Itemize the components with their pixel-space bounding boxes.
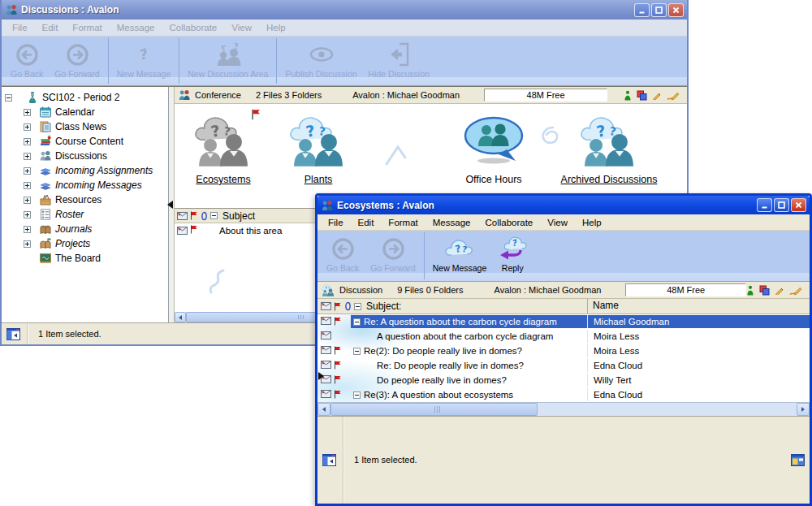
tree-item-class-news[interactable]: Class News [2, 119, 168, 134]
menu-message[interactable]: Message [110, 23, 162, 32]
scrollbar-thumb[interactable] [186, 312, 317, 322]
tree-item-incoming-messages[interactable]: Incoming Messages [2, 178, 168, 192]
menu-file[interactable]: File [321, 218, 351, 227]
expand-box-icon[interactable] [24, 182, 31, 189]
new-discussion-area-button[interactable]: ⸮?New Discussion Area [182, 37, 274, 85]
tree-item-the-board[interactable]: The Board [2, 251, 168, 266]
expand-box-icon[interactable] [24, 123, 31, 131]
collapse-box-icon[interactable] [5, 94, 12, 102]
name-cell[interactable]: Edna Cloud [587, 388, 810, 401]
tree-item-resources[interactable]: Resources [2, 192, 168, 207]
scroll-right-button[interactable] [797, 403, 810, 416]
new-message-gray-icon: ?́ [133, 41, 154, 67]
list-header[interactable]: Subject: Name [317, 299, 810, 314]
collapse-thread-box-icon[interactable] [353, 348, 361, 355]
close-button[interactable] [791, 198, 806, 212]
scrollbar-thumb[interactable] [330, 403, 538, 416]
tree-item-calendar[interactable]: Calendar [2, 105, 168, 119]
conference-item-office-hours[interactable]: Office Hours [433, 115, 555, 185]
message-row[interactable]: Re(2): Do people really live in domes?Mo… [317, 344, 810, 358]
title-bar[interactable]: Discussions : Avalon [2, 0, 687, 19]
tree-item-course-content[interactable]: Course Content [2, 134, 168, 149]
menu-collaborate[interactable]: Collaborate [477, 218, 540, 227]
subject-cell[interactable]: Re: A question about the carbon cycle di… [351, 315, 587, 328]
subject-cell[interactable]: Re: Do people really live in domes? [351, 359, 587, 372]
expand-box-icon[interactable] [24, 197, 31, 204]
expand-box-icon[interactable] [24, 138, 31, 145]
conference-item-plants[interactable]: ? ? Plants [257, 115, 379, 185]
menu-collaborate[interactable]: Collaborate [162, 23, 224, 32]
expand-pane-arrow-icon[interactable] [318, 372, 324, 380]
menu-view[interactable]: View [540, 218, 575, 227]
message-row[interactable]: Re: Do people really live in domes?Edna … [317, 358, 810, 373]
view-layout-icon[interactable] [791, 454, 805, 466]
tree-item-projects[interactable]: Projects [2, 236, 168, 251]
name-cell[interactable]: Michael Goodman [587, 315, 810, 328]
tree-item-roster[interactable]: Roster [2, 207, 168, 222]
scroll-left-button[interactable] [317, 403, 330, 416]
maximize-button[interactable] [774, 198, 789, 212]
column-divider[interactable] [587, 299, 588, 314]
tree-item-journals[interactable]: Journals [2, 222, 168, 236]
message-row[interactable]: Re(3): A question about ecosystemsEdna C… [317, 387, 810, 402]
go-forward-button[interactable]: Go Forward [365, 231, 421, 281]
pane-splitter[interactable] [169, 87, 175, 322]
tree-item-discussions[interactable]: Discussions [2, 149, 168, 163]
minimize-button[interactable] [757, 198, 772, 212]
expand-box-icon[interactable] [24, 153, 31, 160]
hide-discussion-button[interactable]: Hide Discussion [363, 37, 435, 85]
name-cell[interactable]: Moira Less [587, 344, 810, 357]
menu-file[interactable]: File [5, 23, 35, 32]
subject-column-header[interactable]: Subject: [366, 301, 401, 312]
tree-item-incoming-assignments[interactable]: Incoming Assignments [2, 163, 168, 178]
expand-box-icon[interactable] [24, 167, 31, 175]
menu-edit[interactable]: Edit [351, 218, 382, 227]
name-cell[interactable]: Edna Cloud [587, 359, 810, 372]
subject-cell[interactable]: Re(3): A question about ecosystems [351, 388, 587, 401]
scroll-left-button[interactable] [175, 312, 186, 322]
close-button[interactable] [668, 3, 684, 17]
collapse-all-box-icon[interactable] [210, 212, 218, 219]
expand-box-icon[interactable] [24, 226, 31, 233]
subject-column-header[interactable]: Subject [222, 210, 255, 222]
name-cell[interactable]: Moira Less [587, 330, 810, 343]
horizontal-scrollbar[interactable] [317, 402, 810, 416]
menu-format[interactable]: Format [381, 218, 425, 227]
tree-item-root[interactable]: SCI102 - Period 2 [2, 90, 168, 105]
go-forward-button[interactable]: Go Forward [49, 37, 105, 85]
message-row[interactable]: Re: A question about the carbon cycle di… [317, 314, 810, 329]
title-bar[interactable]: Ecosystems : Avalon [317, 196, 810, 214]
go-back-button[interactable]: Go Back [5, 37, 49, 85]
expand-box-icon[interactable] [24, 109, 31, 116]
new-message-button[interactable]: ?́New Message [111, 37, 177, 85]
panel-toggle-icon[interactable] [6, 328, 20, 340]
message-row[interactable]: Do people really live in domes?Willy Ter… [317, 373, 810, 387]
menu-help[interactable]: Help [575, 218, 609, 227]
reply-button[interactable]: ?́Reply [492, 231, 533, 281]
free-space-field: 48M Free [484, 89, 607, 102]
menu-view[interactable]: View [224, 23, 259, 32]
subject-cell[interactable]: A question about the carbon cycle diagra… [351, 330, 587, 343]
collapse-all-box-icon[interactable] [354, 303, 361, 310]
publish-discussion-button[interactable]: Publish Discussion [279, 37, 362, 85]
message-row[interactable]: A question about the carbon cycle diagra… [317, 329, 810, 344]
conference-item-archived-discussions[interactable]: ? ? Archived Discussions [540, 115, 678, 185]
expand-box-icon[interactable] [24, 211, 31, 218]
go-back-button[interactable]: Go Back [321, 231, 365, 281]
collapse-thread-box-icon[interactable] [353, 318, 361, 326]
name-cell[interactable]: Willy Tert [587, 374, 810, 387]
menu-help[interactable]: Help [259, 23, 293, 32]
menu-message[interactable]: Message [425, 218, 478, 227]
minimize-button[interactable] [634, 3, 650, 17]
new-message-button[interactable]: ??New Message [427, 231, 493, 281]
menu-format[interactable]: Format [65, 23, 109, 32]
menu-edit[interactable]: Edit [35, 23, 66, 32]
maximize-button[interactable] [651, 3, 667, 17]
collapse-thread-box-icon[interactable] [353, 391, 361, 399]
collapse-pane-arrow-icon[interactable] [167, 201, 173, 209]
subject-cell[interactable]: Do people really live in domes? [351, 374, 587, 387]
expand-box-icon[interactable] [24, 240, 31, 248]
subject-cell[interactable]: Re(2): Do people really live in domes? [351, 344, 587, 357]
name-column-header[interactable]: Name [593, 300, 619, 311]
panel-toggle-icon[interactable] [322, 454, 336, 466]
